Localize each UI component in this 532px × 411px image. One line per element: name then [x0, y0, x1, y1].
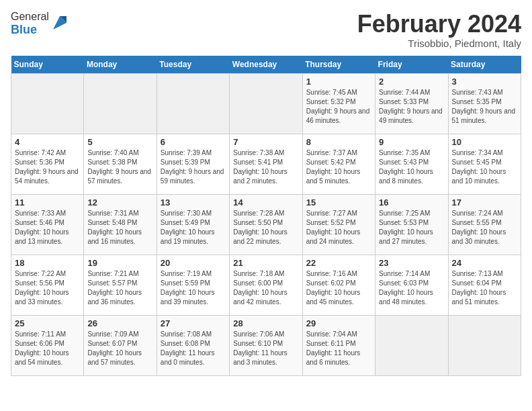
calendar-cell: 4Sunrise: 7:42 AMSunset: 5:36 PMDaylight… [11, 134, 84, 194]
day-number: 18 [15, 258, 80, 268]
day-info: Sunrise: 7:08 AMSunset: 6:08 PMDaylight:… [161, 330, 226, 367]
day-number: 20 [161, 258, 226, 268]
day-number: 13 [161, 197, 226, 208]
header: General Blue February 2024 Trisobbio, Pi… [11, 11, 521, 49]
day-info: Sunrise: 7:06 AMSunset: 6:10 PMDaylight:… [233, 330, 298, 367]
day-number: 27 [161, 318, 226, 328]
calendar-cell: 16Sunrise: 7:25 AMSunset: 5:53 PMDayligh… [375, 194, 448, 255]
day-number: 22 [306, 258, 371, 268]
day-number: 12 [87, 197, 152, 208]
day-info: Sunrise: 7:18 AMSunset: 6:00 PMDaylight:… [233, 269, 298, 307]
day-info: Sunrise: 7:22 AMSunset: 5:56 PMDaylight:… [15, 269, 80, 307]
day-info: Sunrise: 7:34 AMSunset: 5:45 PMDaylight:… [452, 148, 517, 186]
day-info: Sunrise: 7:11 AMSunset: 6:06 PMDaylight:… [15, 330, 80, 367]
header-tuesday: Tuesday [157, 56, 229, 74]
calendar-cell: 5Sunrise: 7:40 AMSunset: 5:38 PMDaylight… [84, 134, 157, 194]
day-info: Sunrise: 7:33 AMSunset: 5:46 PMDaylight:… [15, 209, 80, 246]
day-number: 24 [452, 258, 517, 268]
logo: General Blue [11, 11, 69, 37]
calendar-cell: 11Sunrise: 7:33 AMSunset: 5:46 PMDayligh… [11, 194, 84, 255]
day-number: 28 [233, 318, 298, 328]
header-thursday: Thursday [302, 56, 375, 74]
calendar-cell: 21Sunrise: 7:18 AMSunset: 6:00 PMDayligh… [230, 255, 302, 315]
calendar-cell: 15Sunrise: 7:27 AMSunset: 5:52 PMDayligh… [302, 194, 375, 255]
day-info: Sunrise: 7:16 AMSunset: 6:02 PMDaylight:… [306, 269, 371, 307]
day-number: 15 [306, 197, 371, 208]
day-info: Sunrise: 7:35 AMSunset: 5:43 PMDaylight:… [379, 148, 444, 186]
calendar-cell: 28Sunrise: 7:06 AMSunset: 6:10 PMDayligh… [230, 315, 302, 375]
day-info: Sunrise: 7:04 AMSunset: 6:11 PMDaylight:… [306, 330, 371, 367]
logo-general-text: General [11, 11, 49, 22]
logo-blue-text: Blue [11, 23, 37, 36]
day-number: 2 [379, 77, 444, 87]
header-monday: Monday [84, 56, 157, 74]
calendar-cell: 14Sunrise: 7:28 AMSunset: 5:50 PMDayligh… [230, 194, 302, 255]
day-number: 29 [306, 318, 371, 328]
header-wednesday: Wednesday [230, 56, 302, 74]
day-info: Sunrise: 7:09 AMSunset: 6:07 PMDaylight:… [87, 330, 152, 367]
day-info: Sunrise: 7:44 AMSunset: 5:33 PMDaylight:… [379, 88, 444, 126]
calendar-cell [230, 73, 302, 134]
calendar-cell: 7Sunrise: 7:38 AMSunset: 5:41 PMDaylight… [230, 134, 302, 194]
calendar-cell: 22Sunrise: 7:16 AMSunset: 6:02 PMDayligh… [302, 255, 375, 315]
day-number: 4 [15, 137, 80, 147]
day-number: 11 [15, 197, 80, 208]
calendar-cell: 19Sunrise: 7:21 AMSunset: 5:57 PMDayligh… [84, 255, 157, 315]
calendar-cell: 8Sunrise: 7:37 AMSunset: 5:42 PMDaylight… [302, 134, 375, 194]
day-number: 19 [87, 258, 152, 268]
logo-icon [50, 13, 69, 32]
day-number: 1 [306, 77, 371, 87]
day-number: 10 [452, 137, 517, 147]
day-number: 14 [233, 197, 298, 208]
day-number: 9 [379, 137, 444, 147]
days-header-row: Sunday Monday Tuesday Wednesday Thursday… [11, 56, 521, 74]
day-info: Sunrise: 7:37 AMSunset: 5:42 PMDaylight:… [306, 148, 371, 186]
calendar-cell: 9Sunrise: 7:35 AMSunset: 5:43 PMDaylight… [375, 134, 448, 194]
calendar-cell: 23Sunrise: 7:14 AMSunset: 6:03 PMDayligh… [375, 255, 448, 315]
calendar-cell: 6Sunrise: 7:39 AMSunset: 5:39 PMDaylight… [157, 134, 229, 194]
calendar-cell: 18Sunrise: 7:22 AMSunset: 5:56 PMDayligh… [11, 255, 84, 315]
day-number: 5 [87, 137, 152, 147]
day-info: Sunrise: 7:14 AMSunset: 6:03 PMDaylight:… [379, 269, 444, 307]
calendar-cell: 20Sunrise: 7:19 AMSunset: 5:59 PMDayligh… [157, 255, 229, 315]
day-number: 3 [452, 77, 517, 87]
calendar-cell: 27Sunrise: 7:08 AMSunset: 6:08 PMDayligh… [157, 315, 229, 375]
day-info: Sunrise: 7:39 AMSunset: 5:39 PMDaylight:… [161, 148, 226, 186]
day-number: 8 [306, 137, 371, 147]
header-sunday: Sunday [11, 56, 84, 74]
day-number: 21 [233, 258, 298, 268]
day-info: Sunrise: 7:40 AMSunset: 5:38 PMDaylight:… [87, 148, 152, 186]
calendar-cell: 29Sunrise: 7:04 AMSunset: 6:11 PMDayligh… [302, 315, 375, 375]
calendar-week-5: 25Sunrise: 7:11 AMSunset: 6:06 PMDayligh… [11, 315, 521, 375]
calendar-cell [375, 315, 448, 375]
day-info: Sunrise: 7:13 AMSunset: 6:04 PMDaylight:… [452, 269, 517, 307]
header-friday: Friday [375, 56, 448, 74]
day-info: Sunrise: 7:27 AMSunset: 5:52 PMDaylight:… [306, 209, 371, 246]
day-info: Sunrise: 7:24 AMSunset: 5:55 PMDaylight:… [452, 209, 517, 246]
calendar-cell [448, 315, 521, 375]
calendar-cell: 25Sunrise: 7:11 AMSunset: 6:06 PMDayligh… [11, 315, 84, 375]
calendar-cell: 10Sunrise: 7:34 AMSunset: 5:45 PMDayligh… [448, 134, 521, 194]
calendar-week-2: 4Sunrise: 7:42 AMSunset: 5:36 PMDaylight… [11, 134, 521, 194]
day-number: 17 [452, 197, 517, 208]
calendar-cell: 13Sunrise: 7:30 AMSunset: 5:49 PMDayligh… [157, 194, 229, 255]
day-number: 23 [379, 258, 444, 268]
day-info: Sunrise: 7:38 AMSunset: 5:41 PMDaylight:… [233, 148, 298, 186]
calendar-cell: 1Sunrise: 7:45 AMSunset: 5:32 PMDaylight… [302, 73, 375, 134]
day-info: Sunrise: 7:43 AMSunset: 5:35 PMDaylight:… [452, 88, 517, 126]
day-info: Sunrise: 7:28 AMSunset: 5:50 PMDaylight:… [233, 209, 298, 246]
day-info: Sunrise: 7:30 AMSunset: 5:49 PMDaylight:… [161, 209, 226, 246]
day-number: 16 [379, 197, 444, 208]
day-info: Sunrise: 7:45 AMSunset: 5:32 PMDaylight:… [306, 88, 371, 126]
calendar-week-1: 1Sunrise: 7:45 AMSunset: 5:32 PMDaylight… [11, 73, 521, 134]
calendar-cell [84, 73, 157, 134]
calendar-cell [11, 73, 84, 134]
calendar-cell: 2Sunrise: 7:44 AMSunset: 5:33 PMDaylight… [375, 73, 448, 134]
day-info: Sunrise: 7:31 AMSunset: 5:48 PMDaylight:… [87, 209, 152, 246]
day-number: 7 [233, 137, 298, 147]
calendar-title: February 2024 [357, 11, 521, 38]
calendar-cell: 3Sunrise: 7:43 AMSunset: 5:35 PMDaylight… [448, 73, 521, 134]
calendar-cell: 26Sunrise: 7:09 AMSunset: 6:07 PMDayligh… [84, 315, 157, 375]
day-info: Sunrise: 7:19 AMSunset: 5:59 PMDaylight:… [161, 269, 226, 307]
header-saturday: Saturday [448, 56, 521, 74]
